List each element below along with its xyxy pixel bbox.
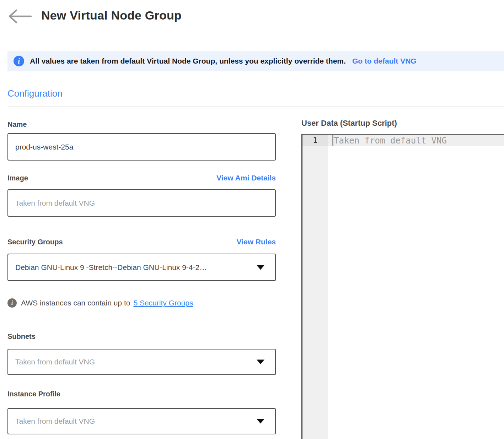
editor-active-line: 1 Taken from default VNG bbox=[302, 135, 504, 146]
name-label: Name bbox=[7, 120, 27, 129]
editor-line-content[interactable]: Taken from default VNG bbox=[328, 135, 504, 146]
editor-gutter bbox=[302, 135, 328, 439]
five-security-groups-link[interactable]: 5 Security Groups bbox=[133, 299, 193, 307]
user-data-label: User Data (Startup Script) bbox=[301, 119, 397, 128]
name-input[interactable] bbox=[7, 133, 276, 161]
subnets-label: Subnets bbox=[7, 332, 36, 341]
configuration-section-title: Configuration bbox=[7, 88, 63, 99]
note-text: AWS instances can contain up to bbox=[21, 299, 130, 307]
image-label-row: Image View Ami Details bbox=[7, 174, 276, 182]
image-label: Image bbox=[7, 174, 28, 182]
instance-profile-label: Instance Profile bbox=[7, 390, 60, 398]
view-rules-link[interactable]: View Rules bbox=[237, 238, 276, 246]
security-groups-selected-value: Debian GNU-Linux 9 -Stretch--Debian GNU-… bbox=[15, 263, 207, 272]
new-vng-page: New Virtual Node Group i All values are … bbox=[0, 0, 504, 439]
back-button[interactable] bbox=[7, 9, 32, 23]
subnets-select[interactable]: Taken from default VNG bbox=[7, 349, 276, 375]
image-input[interactable] bbox=[7, 189, 276, 217]
page-title: New Virtual Node Group bbox=[41, 9, 182, 22]
security-groups-label: Security Groups bbox=[7, 238, 63, 246]
security-groups-label-row: Security Groups View Rules bbox=[7, 238, 276, 246]
instance-profile-select[interactable]: Taken from default VNG bbox=[7, 408, 276, 434]
editor-placeholder-text: Taken from default VNG bbox=[334, 136, 447, 146]
banner-text: All values are taken from default Virtua… bbox=[30, 57, 346, 65]
subnets-placeholder: Taken from default VNG bbox=[15, 358, 95, 366]
view-ami-details-link[interactable]: View Ami Details bbox=[216, 174, 276, 182]
info-icon: i bbox=[7, 298, 17, 308]
editor-line-number: 1 bbox=[302, 135, 328, 146]
security-groups-note: i AWS instances can contain up to 5 Secu… bbox=[7, 298, 193, 308]
configuration-divider bbox=[7, 107, 504, 107]
arrow-left-icon bbox=[7, 19, 32, 25]
caret-down-icon bbox=[257, 265, 264, 270]
info-banner: i All values are taken from default Virt… bbox=[7, 51, 504, 71]
header-divider bbox=[7, 36, 504, 36]
caret-down-icon bbox=[257, 360, 264, 364]
instance-profile-placeholder: Taken from default VNG bbox=[15, 417, 95, 426]
user-data-editor[interactable]: 1 Taken from default VNG bbox=[301, 134, 504, 439]
caret-down-icon bbox=[257, 419, 264, 424]
security-groups-select[interactable]: Debian GNU-Linux 9 -Stretch--Debian GNU-… bbox=[7, 254, 276, 281]
go-to-default-vng-link[interactable]: Go to default VNG bbox=[352, 57, 417, 65]
text-cursor bbox=[332, 135, 333, 146]
info-icon: i bbox=[14, 56, 24, 66]
